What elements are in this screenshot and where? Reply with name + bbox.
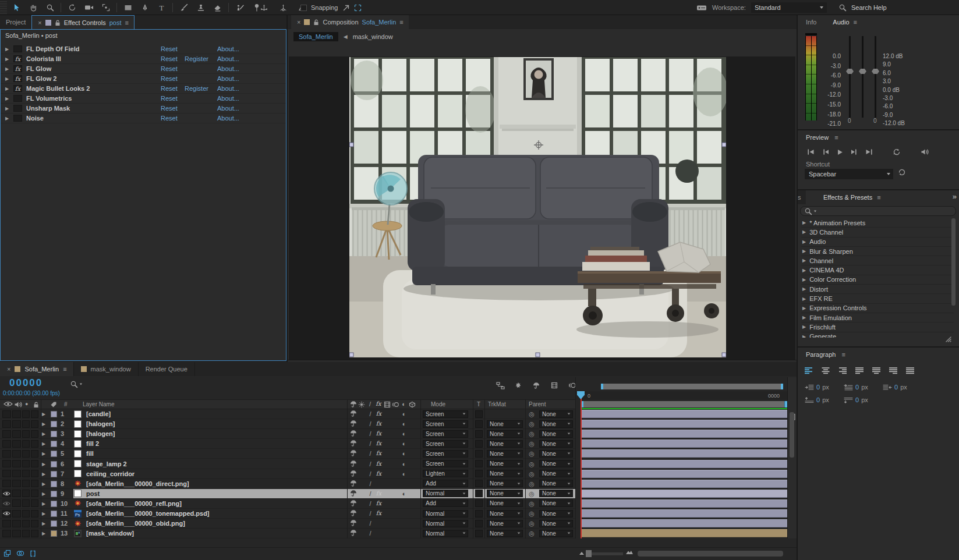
audio-slider-handle[interactable] [859, 69, 866, 74]
quality-toggle[interactable]: / [366, 510, 374, 517]
solo-toggle[interactable] [22, 470, 30, 477]
previous-frame-button[interactable] [819, 147, 831, 157]
layer-duration-bar[interactable] [581, 440, 787, 448]
lock-toggle[interactable] [31, 460, 38, 467]
fx-toggle[interactable]: fx [375, 410, 383, 417]
expand-triangle-icon[interactable]: ▶ [5, 47, 9, 52]
t-toggle[interactable] [475, 410, 483, 418]
lock-toggle[interactable] [31, 450, 38, 458]
effects-category-row[interactable]: ▶Color Correction [801, 275, 954, 285]
shortcut-select[interactable]: Spacebar [805, 169, 893, 179]
shy-toggle[interactable] [349, 410, 358, 418]
layer-color-swatch[interactable] [51, 451, 57, 457]
audio-slider[interactable] [875, 36, 876, 118]
effect-register-link[interactable]: Register [185, 85, 208, 92]
t-toggle[interactable] [475, 480, 483, 487]
layer-row[interactable]: ▶7ceiling_corridor/fx◐LightenNone◎None [0, 469, 575, 479]
effect-about-link[interactable]: About... [217, 55, 239, 62]
layer-name[interactable]: [sofa_Merlin___00000_tonemapped.psd] [86, 510, 210, 517]
expand-triangle-icon[interactable]: ▶ [42, 491, 45, 497]
next-frame-button[interactable] [848, 147, 860, 157]
trkmat-select[interactable]: None [487, 460, 523, 467]
effect-about-link[interactable]: About... [217, 95, 239, 102]
expand-triangle-icon[interactable]: ▶ [5, 96, 9, 101]
blend-mode-select[interactable]: Add [423, 499, 468, 507]
expand-triangle-icon[interactable]: ▶ [5, 76, 9, 81]
pan-behind-tool[interactable] [98, 1, 114, 14]
layer-duration-bar[interactable] [581, 490, 787, 498]
expand-inout-columns-icon[interactable] [30, 550, 36, 557]
effects-category-row[interactable]: ▶Distort [801, 285, 954, 294]
effects-category-row[interactable]: ▶Film Emulation [801, 313, 954, 322]
parent-select[interactable]: None [539, 490, 573, 497]
effect-about-link[interactable]: About... [217, 85, 239, 92]
trkmat-select[interactable]: None [487, 499, 523, 507]
fx-toggle[interactable]: fx [375, 430, 383, 437]
shy-toggle[interactable] [349, 440, 358, 448]
effect-enable-toggle[interactable]: fx [13, 85, 22, 92]
time-ruler[interactable]: 0 0000 [576, 391, 787, 400]
selection-tool[interactable] [8, 1, 24, 14]
fx-toggle[interactable]: fx [375, 450, 383, 456]
layer-duration-bar[interactable] [581, 509, 787, 518]
t-toggle[interactable] [475, 460, 483, 467]
t-toggle[interactable] [475, 430, 483, 438]
roto-brush-tool[interactable] [232, 1, 247, 14]
blend-mode-select[interactable]: Lighten [423, 470, 468, 477]
layer-duration-bar[interactable] [581, 449, 787, 458]
time-zoom-slider[interactable] [587, 552, 623, 555]
layer-duration-bar[interactable] [581, 420, 787, 428]
solo-toggle[interactable] [22, 450, 30, 458]
effect-enable-toggle[interactable] [13, 45, 22, 52]
effect-reset-link[interactable]: Reset [161, 95, 178, 102]
close-icon[interactable]: × [7, 366, 10, 373]
crumb-back-icon[interactable]: ◀ [344, 34, 348, 40]
expand-triangle-icon[interactable]: ▶ [42, 462, 45, 467]
layer-color-swatch[interactable] [51, 481, 57, 487]
layer-row[interactable]: ▶13[mask_window]/NormalNone◎None [0, 529, 575, 538]
effect-enable-toggle[interactable]: fx [13, 55, 22, 62]
panel-menu-icon[interactable]: ≡ [63, 366, 66, 373]
play-button[interactable] [834, 147, 845, 157]
shy-toggle[interactable] [349, 490, 358, 498]
trkmat-select[interactable]: None [487, 470, 523, 477]
effect-enable-toggle[interactable] [13, 105, 22, 112]
effects-category-row[interactable]: ▶EFX RE [801, 294, 954, 303]
adjustment-toggle[interactable]: ◐ [400, 450, 408, 457]
trkmat-select[interactable]: None [487, 490, 523, 497]
audio-toggle[interactable] [12, 470, 21, 477]
quality-toggle[interactable]: / [366, 530, 374, 537]
zoom-in-mountain-icon[interactable] [625, 550, 634, 555]
audio-toggle[interactable] [12, 490, 21, 497]
solo-toggle[interactable] [22, 410, 30, 418]
reset-icon[interactable] [898, 169, 905, 176]
layer-row[interactable]: ▶10[sofa_Merlin___00000_refl.png]/fxAddN… [0, 499, 575, 509]
comp-crumb-active[interactable]: Sofa_Merlin [293, 32, 338, 41]
snapping-checkbox[interactable] [300, 5, 307, 11]
local-axis-mode-button[interactable] [256, 1, 272, 14]
field-value[interactable]: 0 [855, 396, 859, 403]
t-toggle[interactable] [475, 440, 483, 448]
effect-reset-link[interactable]: Reset [161, 75, 178, 82]
expand-triangle-icon[interactable]: ▶ [42, 451, 45, 456]
layer-name[interactable]: [halogen] [86, 430, 115, 437]
audio-toggle-button[interactable] [919, 147, 930, 157]
effects-category-row[interactable]: ▶3D Channel [801, 228, 954, 237]
blend-mode-select[interactable]: Normal [423, 530, 468, 537]
shy-toggle[interactable] [349, 500, 358, 508]
quality-toggle[interactable]: / [366, 520, 374, 527]
lock-toggle[interactable] [31, 410, 38, 418]
t-toggle[interactable] [475, 420, 483, 428]
work-area-bar[interactable] [581, 401, 787, 407]
effect-reset-link[interactable]: Reset [161, 65, 178, 72]
solo-toggle[interactable] [22, 530, 30, 537]
video-toggle[interactable] [2, 530, 11, 537]
indent-left-field[interactable]: 0px [805, 384, 829, 391]
audio-toggle[interactable] [12, 530, 21, 537]
blend-mode-select[interactable]: Normal [423, 490, 468, 497]
video-toggle[interactable] [2, 460, 11, 467]
audio-toggle[interactable] [12, 420, 21, 428]
indent-first-field[interactable]: 0px [844, 384, 868, 391]
expand-triangle-icon[interactable]: ▶ [42, 521, 45, 526]
time-navigator[interactable] [601, 384, 783, 389]
